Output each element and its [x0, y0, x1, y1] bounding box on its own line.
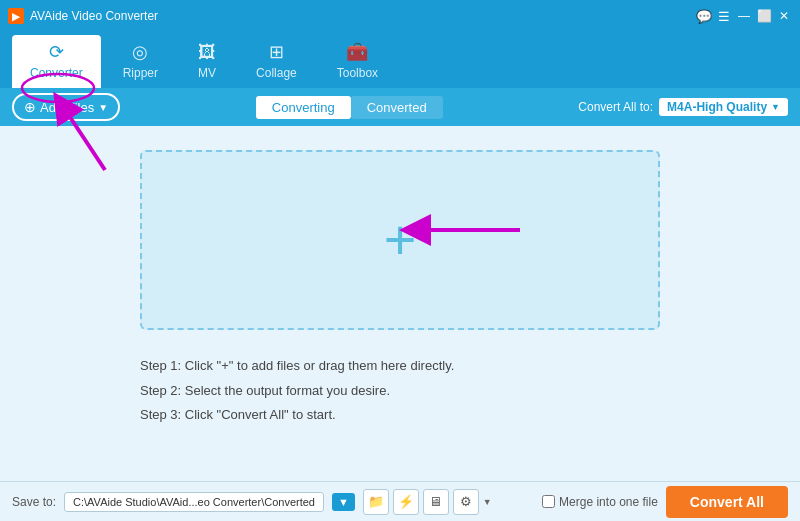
- screen-icon-button[interactable]: 🖥: [423, 489, 449, 515]
- app-title: AVAide Video Converter: [30, 9, 158, 23]
- drop-zone[interactable]: +: [140, 150, 660, 330]
- converter-icon: ⟳: [49, 41, 64, 63]
- tab-mv[interactable]: 🖼 MV: [180, 36, 234, 88]
- tab-ripper-label: Ripper: [123, 66, 158, 80]
- format-badge[interactable]: M4A-High Quality ▼: [659, 98, 788, 116]
- plus-circle-icon: ⊕: [24, 99, 36, 115]
- converting-label: Converting: [272, 100, 335, 115]
- save-path-dropdown-button[interactable]: ▼: [332, 493, 355, 511]
- add-file-plus-icon: +: [384, 212, 417, 268]
- nav-bar: ⟳ Converter ◎ Ripper 🖼 MV ⊞ Collage 🧰 To…: [0, 32, 800, 88]
- main-area: + Step 1: Click "+" to add files or drag…: [0, 126, 800, 481]
- format-label: M4A-High Quality: [667, 100, 767, 114]
- tab-mv-label: MV: [198, 66, 216, 80]
- merge-label: Merge into one file: [559, 495, 658, 509]
- tab-collage[interactable]: ⊞ Collage: [238, 35, 315, 88]
- folder-icon-button[interactable]: 📁: [363, 489, 389, 515]
- toolbar: ⊕ Add Files ▼ Converting Converted Conve…: [0, 88, 800, 126]
- toolbox-icon: 🧰: [346, 41, 368, 63]
- bottom-icons: 📁 ⚡ 🖥 ⚙ ▼: [363, 489, 492, 515]
- convert-all-button[interactable]: Convert All: [666, 486, 788, 518]
- save-path: C:\AVAide Studio\AVAid...eo Converter\Co…: [64, 492, 324, 512]
- dropdown-arrow-icon: ▼: [98, 102, 108, 113]
- converted-label: Converted: [367, 100, 427, 115]
- tab-converter[interactable]: ⟳ Converter: [12, 35, 101, 88]
- save-to-label: Save to:: [12, 495, 56, 509]
- add-files-label: Add Files: [40, 100, 94, 115]
- window-controls[interactable]: 💬 ☰ — ⬜ ✕: [696, 8, 792, 24]
- title-bar: ▶ AVAide Video Converter 💬 ☰ — ⬜ ✕: [0, 0, 800, 32]
- lightning-icon-button[interactable]: ⚡: [393, 489, 419, 515]
- message-icon[interactable]: 💬: [696, 8, 712, 24]
- settings-dropdown-icon: ▼: [483, 497, 492, 507]
- maximize-button[interactable]: ⬜: [756, 8, 772, 24]
- tab-collage-label: Collage: [256, 66, 297, 80]
- step2-text: Step 2: Select the output format you des…: [140, 379, 660, 404]
- app-icon: ▶: [8, 8, 24, 24]
- tab-ripper[interactable]: ◎ Ripper: [105, 35, 176, 88]
- menu-icon[interactable]: ☰: [716, 8, 732, 24]
- merge-checkbox-area: Merge into one file: [542, 495, 658, 509]
- format-dropdown-icon: ▼: [771, 102, 780, 112]
- ripper-icon: ◎: [132, 41, 148, 63]
- step1-text: Step 1: Click "+" to add files or drag t…: [140, 354, 660, 379]
- merge-checkbox[interactable]: [542, 495, 555, 508]
- step3-text: Step 3: Click "Convert All" to start.: [140, 403, 660, 428]
- sub-tab-group: Converting Converted: [256, 96, 443, 119]
- bottom-bar: Save to: C:\AVAide Studio\AVAid...eo Con…: [0, 481, 800, 521]
- tab-toolbox[interactable]: 🧰 Toolbox: [319, 35, 396, 88]
- convert-all-to-label: Convert All to:: [578, 100, 653, 114]
- convert-all-to-area: Convert All to: M4A-High Quality ▼: [578, 98, 788, 116]
- sub-tab-converted[interactable]: Converted: [351, 96, 443, 119]
- steps-area: Step 1: Click "+" to add files or drag t…: [140, 354, 660, 428]
- collage-icon: ⊞: [269, 41, 284, 63]
- close-button[interactable]: ✕: [776, 8, 792, 24]
- settings-icon-button[interactable]: ⚙: [453, 489, 479, 515]
- mv-icon: 🖼: [198, 42, 216, 63]
- minimize-button[interactable]: —: [736, 8, 752, 24]
- add-files-button[interactable]: ⊕ Add Files ▼: [12, 93, 120, 121]
- tab-converter-label: Converter: [30, 66, 83, 80]
- sub-tab-converting[interactable]: Converting: [256, 96, 351, 119]
- tab-toolbox-label: Toolbox: [337, 66, 378, 80]
